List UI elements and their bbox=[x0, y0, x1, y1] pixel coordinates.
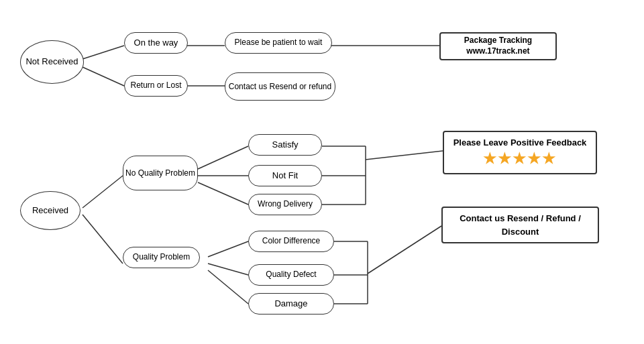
wrong-delivery-node: Wrong Delivery bbox=[248, 194, 322, 215]
not-fit-node: Not Fit bbox=[248, 165, 322, 186]
contact-us-2-node: Contact us Resend / Refund / Discount bbox=[441, 207, 599, 243]
svg-line-1 bbox=[83, 67, 124, 86]
contact-us-1-node: Contact us Resend or refund bbox=[225, 72, 335, 101]
svg-line-17 bbox=[208, 270, 248, 304]
feedback-label: Please Leave Positive Feedback bbox=[452, 137, 588, 148]
svg-line-16 bbox=[208, 264, 248, 275]
svg-line-6 bbox=[83, 215, 123, 264]
svg-line-7 bbox=[198, 146, 248, 169]
package-tracking-node: Package Tracking www.17track.net bbox=[439, 32, 557, 60]
svg-line-14 bbox=[366, 151, 443, 160]
svg-line-15 bbox=[208, 241, 248, 257]
not-received-node: Not Received bbox=[20, 40, 84, 84]
svg-line-22 bbox=[368, 226, 441, 274]
no-quality-node: No Quality Problem bbox=[123, 156, 198, 190]
svg-line-9 bbox=[198, 182, 248, 205]
diagram: Not Received On the way Return or Lost P… bbox=[0, 0, 644, 344]
patient-node: Please be patient to wait bbox=[225, 32, 332, 54]
svg-line-5 bbox=[83, 176, 123, 208]
received-node: Received bbox=[20, 191, 80, 230]
return-or-lost-node: Return or Lost bbox=[124, 75, 188, 97]
quality-defect-node: Quality Defect bbox=[248, 264, 334, 286]
stars: ★★★★★ bbox=[452, 150, 588, 168]
satisfy-node: Satisfy bbox=[248, 134, 322, 156]
feedback-node: Please Leave Positive Feedback ★★★★★ bbox=[443, 131, 597, 174]
on-the-way-node: On the way bbox=[124, 32, 188, 54]
damage-node: Damage bbox=[248, 293, 334, 314]
quality-problem-node: Quality Problem bbox=[123, 247, 200, 268]
color-diff-node: Color Difference bbox=[248, 231, 334, 252]
svg-line-0 bbox=[83, 46, 124, 59]
